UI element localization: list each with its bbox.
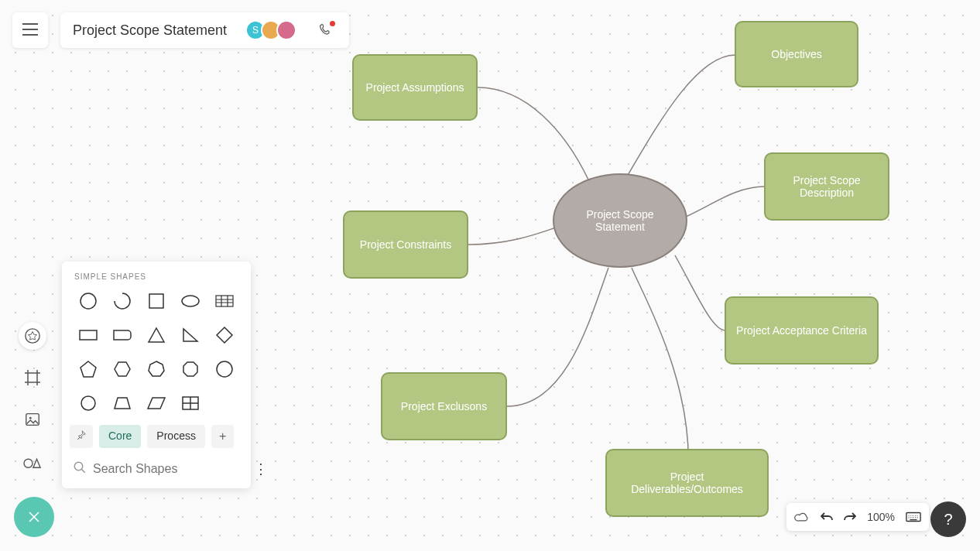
node-label: Project Exclusons: [401, 400, 487, 412]
keyboard-button[interactable]: [906, 512, 921, 522]
frame-icon: [23, 368, 42, 387]
search-input[interactable]: [93, 462, 248, 476]
node-objectives[interactable]: Objectives: [735, 21, 858, 87]
star-shape-icon: [24, 327, 41, 344]
shape-trapezoid[interactable]: [105, 391, 139, 416]
help-button[interactable]: ?: [930, 501, 966, 537]
node-assumptions[interactable]: Project Assumptions: [352, 54, 478, 121]
cloud-sync-button[interactable]: [794, 511, 810, 523]
shapes-panel-title: SIMPLE SHAPES: [62, 272, 251, 289]
shape-hexagon[interactable]: [105, 357, 139, 382]
frame-tool[interactable]: [19, 364, 46, 392]
shapes-search: ⋮: [62, 454, 251, 481]
shape-heptagon[interactable]: [139, 357, 173, 382]
shape-triangle[interactable]: [139, 323, 173, 347]
center-node[interactable]: Project Scope Statement: [553, 173, 687, 268]
image-tool[interactable]: [19, 406, 46, 433]
title-bar: Project Scope Statement S: [60, 12, 349, 48]
node-label: Project Acceptance Criteria: [736, 324, 867, 337]
collaborator-avatars: S: [245, 20, 296, 40]
shape-grid[interactable]: [173, 391, 207, 416]
bottom-toolbar: 100%: [786, 503, 929, 531]
shape-table[interactable]: [207, 289, 242, 313]
node-exclusions[interactable]: Project Exclusons: [381, 372, 507, 440]
undo-icon: [821, 512, 833, 522]
close-panel-button[interactable]: [14, 497, 54, 537]
hamburger-icon: [22, 20, 38, 40]
shape-rounded-square[interactable]: [71, 391, 105, 416]
process-tab[interactable]: Process: [147, 425, 205, 448]
svg-rect-7: [216, 296, 233, 306]
svg-point-3: [24, 459, 33, 467]
svg-point-9: [217, 361, 232, 377]
shape-arc[interactable]: [105, 289, 139, 313]
node-scope-description[interactable]: Project Scope Description: [764, 152, 889, 221]
keyboard-icon: [906, 512, 921, 522]
svg-rect-1: [26, 414, 39, 426]
pin-icon: [76, 430, 87, 440]
svg-point-6: [182, 296, 199, 306]
svg-rect-10: [81, 396, 95, 410]
help-icon: ?: [944, 511, 952, 529]
cloud-icon: [794, 511, 810, 523]
svg-rect-5: [149, 294, 163, 308]
shapes-panel: SIMPLE SHAPES Core Process +: [62, 262, 251, 488]
menu-button[interactable]: [12, 12, 48, 48]
shape-empty: [207, 391, 242, 416]
zoom-level[interactable]: 100%: [867, 511, 895, 523]
shape-rounded-rect[interactable]: [105, 323, 139, 347]
svg-point-4: [81, 293, 96, 309]
redo-icon: [844, 512, 856, 522]
shape-ellipse[interactable]: [173, 289, 207, 313]
side-toolbar: [19, 322, 46, 475]
shapes-grid: [62, 289, 251, 416]
pin-tab[interactable]: [70, 425, 93, 448]
node-label: Project Constraints: [360, 238, 451, 251]
image-icon: [24, 411, 41, 428]
shape-square[interactable]: [139, 289, 173, 313]
shape-parallelogram[interactable]: [139, 391, 173, 416]
shape-diamond[interactable]: [207, 323, 242, 347]
undo-button[interactable]: [821, 512, 833, 522]
node-acceptance[interactable]: Project Acceptance Criteria: [725, 296, 879, 364]
shapes-library-tool[interactable]: [19, 447, 46, 475]
shape-rectangle[interactable]: [71, 323, 105, 347]
svg-rect-8: [80, 330, 97, 340]
header: Project Scope Statement S: [12, 12, 349, 48]
shapes-tabs: Core Process +: [62, 416, 251, 454]
node-constraints[interactable]: Project Constraints: [343, 210, 468, 279]
search-icon: [73, 460, 87, 477]
node-label: Project Scope Description: [773, 174, 880, 199]
shape-circle[interactable]: [71, 289, 105, 313]
shapes-icon: [23, 453, 42, 470]
more-options[interactable]: ⋮: [254, 460, 268, 477]
close-icon: [27, 510, 41, 524]
core-tab[interactable]: Core: [99, 425, 141, 448]
call-button[interactable]: [315, 19, 337, 41]
node-label: Project Assumptions: [366, 81, 464, 94]
svg-point-2: [29, 417, 32, 419]
redo-button[interactable]: [844, 512, 856, 522]
notification-dot: [330, 21, 335, 26]
node-label: Objectives: [771, 48, 821, 60]
node-deliverables[interactable]: Project Deliverables/Outcomes: [605, 449, 769, 517]
document-title[interactable]: Project Scope Statement: [73, 22, 227, 39]
svg-point-12: [74, 462, 83, 471]
avatar-3[interactable]: [276, 20, 296, 40]
shape-right-triangle[interactable]: [173, 323, 207, 347]
node-label: Project Deliverables/Outcomes: [615, 471, 759, 495]
add-tab[interactable]: +: [211, 425, 234, 448]
center-node-label: Project Scope Statement: [562, 208, 678, 233]
shape-octagon[interactable]: [173, 357, 207, 382]
shape-pentagon[interactable]: [71, 357, 105, 382]
shape-nonagon[interactable]: [207, 357, 242, 382]
shapes-tool[interactable]: [19, 322, 46, 350]
